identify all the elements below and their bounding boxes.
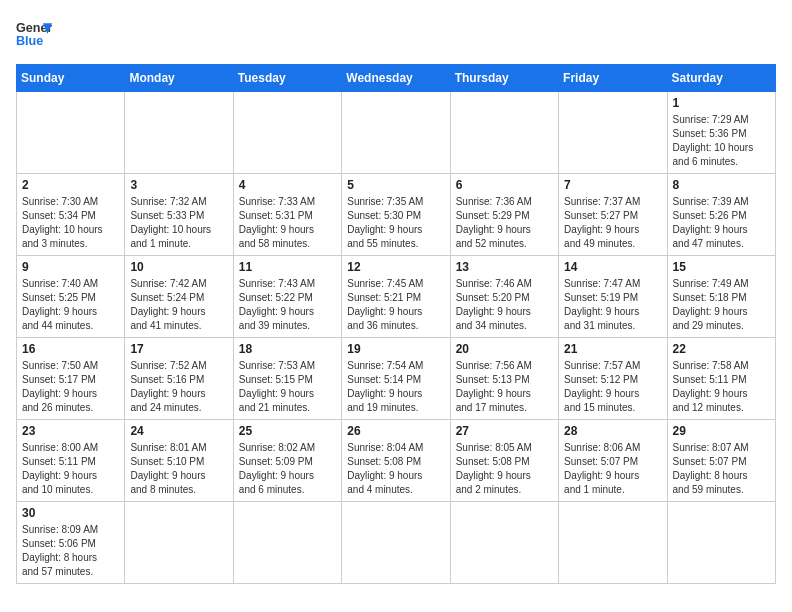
day-number: 9: [22, 260, 119, 274]
day-info: Sunrise: 8:06 AM Sunset: 5:07 PM Dayligh…: [564, 441, 661, 497]
day-cell-14: 14Sunrise: 7:47 AM Sunset: 5:19 PM Dayli…: [559, 256, 667, 338]
day-cell-24: 24Sunrise: 8:01 AM Sunset: 5:10 PM Dayli…: [125, 420, 233, 502]
day-number: 10: [130, 260, 227, 274]
day-cell-12: 12Sunrise: 7:45 AM Sunset: 5:21 PM Dayli…: [342, 256, 450, 338]
weekday-header-friday: Friday: [559, 65, 667, 92]
day-number: 12: [347, 260, 444, 274]
day-info: Sunrise: 7:47 AM Sunset: 5:19 PM Dayligh…: [564, 277, 661, 333]
day-number: 14: [564, 260, 661, 274]
week-row-6: 30Sunrise: 8:09 AM Sunset: 5:06 PM Dayli…: [17, 502, 776, 584]
day-cell-26: 26Sunrise: 8:04 AM Sunset: 5:08 PM Dayli…: [342, 420, 450, 502]
day-info: Sunrise: 7:46 AM Sunset: 5:20 PM Dayligh…: [456, 277, 553, 333]
day-number: 2: [22, 178, 119, 192]
weekday-header-monday: Monday: [125, 65, 233, 92]
day-info: Sunrise: 8:00 AM Sunset: 5:11 PM Dayligh…: [22, 441, 119, 497]
day-cell-27: 27Sunrise: 8:05 AM Sunset: 5:08 PM Dayli…: [450, 420, 558, 502]
day-cell-5: 5Sunrise: 7:35 AM Sunset: 5:30 PM Daylig…: [342, 174, 450, 256]
weekday-header-thursday: Thursday: [450, 65, 558, 92]
day-number: 28: [564, 424, 661, 438]
day-info: Sunrise: 7:40 AM Sunset: 5:25 PM Dayligh…: [22, 277, 119, 333]
day-number: 6: [456, 178, 553, 192]
empty-cell: [233, 502, 341, 584]
day-cell-19: 19Sunrise: 7:54 AM Sunset: 5:14 PM Dayli…: [342, 338, 450, 420]
day-cell-21: 21Sunrise: 7:57 AM Sunset: 5:12 PM Dayli…: [559, 338, 667, 420]
day-cell-22: 22Sunrise: 7:58 AM Sunset: 5:11 PM Dayli…: [667, 338, 775, 420]
day-cell-6: 6Sunrise: 7:36 AM Sunset: 5:29 PM Daylig…: [450, 174, 558, 256]
empty-cell: [667, 502, 775, 584]
day-number: 29: [673, 424, 770, 438]
day-cell-3: 3Sunrise: 7:32 AM Sunset: 5:33 PM Daylig…: [125, 174, 233, 256]
day-cell-30: 30Sunrise: 8:09 AM Sunset: 5:06 PM Dayli…: [17, 502, 125, 584]
day-info: Sunrise: 8:02 AM Sunset: 5:09 PM Dayligh…: [239, 441, 336, 497]
day-number: 23: [22, 424, 119, 438]
day-info: Sunrise: 8:07 AM Sunset: 5:07 PM Dayligh…: [673, 441, 770, 497]
empty-cell: [559, 92, 667, 174]
weekday-header-wednesday: Wednesday: [342, 65, 450, 92]
day-info: Sunrise: 7:39 AM Sunset: 5:26 PM Dayligh…: [673, 195, 770, 251]
day-number: 21: [564, 342, 661, 356]
day-number: 8: [673, 178, 770, 192]
weekday-header-row: SundayMondayTuesdayWednesdayThursdayFrid…: [17, 65, 776, 92]
day-number: 5: [347, 178, 444, 192]
day-info: Sunrise: 8:01 AM Sunset: 5:10 PM Dayligh…: [130, 441, 227, 497]
week-row-1: 1Sunrise: 7:29 AM Sunset: 5:36 PM Daylig…: [17, 92, 776, 174]
day-info: Sunrise: 7:50 AM Sunset: 5:17 PM Dayligh…: [22, 359, 119, 415]
empty-cell: [125, 502, 233, 584]
day-info: Sunrise: 8:09 AM Sunset: 5:06 PM Dayligh…: [22, 523, 119, 579]
day-info: Sunrise: 7:43 AM Sunset: 5:22 PM Dayligh…: [239, 277, 336, 333]
day-number: 27: [456, 424, 553, 438]
day-number: 30: [22, 506, 119, 520]
day-cell-28: 28Sunrise: 8:06 AM Sunset: 5:07 PM Dayli…: [559, 420, 667, 502]
logo: General Blue: [16, 16, 52, 52]
day-cell-4: 4Sunrise: 7:33 AM Sunset: 5:31 PM Daylig…: [233, 174, 341, 256]
week-row-3: 9Sunrise: 7:40 AM Sunset: 5:25 PM Daylig…: [17, 256, 776, 338]
day-number: 11: [239, 260, 336, 274]
day-info: Sunrise: 7:32 AM Sunset: 5:33 PM Dayligh…: [130, 195, 227, 251]
day-number: 4: [239, 178, 336, 192]
calendar-body: 1Sunrise: 7:29 AM Sunset: 5:36 PM Daylig…: [17, 92, 776, 584]
day-info: Sunrise: 7:36 AM Sunset: 5:29 PM Dayligh…: [456, 195, 553, 251]
week-row-4: 16Sunrise: 7:50 AM Sunset: 5:17 PM Dayli…: [17, 338, 776, 420]
empty-cell: [342, 92, 450, 174]
day-number: 26: [347, 424, 444, 438]
day-cell-29: 29Sunrise: 8:07 AM Sunset: 5:07 PM Dayli…: [667, 420, 775, 502]
day-number: 13: [456, 260, 553, 274]
day-cell-10: 10Sunrise: 7:42 AM Sunset: 5:24 PM Dayli…: [125, 256, 233, 338]
weekday-header-sunday: Sunday: [17, 65, 125, 92]
day-number: 24: [130, 424, 227, 438]
day-number: 3: [130, 178, 227, 192]
calendar-table: SundayMondayTuesdayWednesdayThursdayFrid…: [16, 64, 776, 584]
day-info: Sunrise: 7:30 AM Sunset: 5:34 PM Dayligh…: [22, 195, 119, 251]
day-number: 15: [673, 260, 770, 274]
day-number: 25: [239, 424, 336, 438]
day-cell-8: 8Sunrise: 7:39 AM Sunset: 5:26 PM Daylig…: [667, 174, 775, 256]
day-info: Sunrise: 7:54 AM Sunset: 5:14 PM Dayligh…: [347, 359, 444, 415]
day-info: Sunrise: 7:58 AM Sunset: 5:11 PM Dayligh…: [673, 359, 770, 415]
svg-text:Blue: Blue: [16, 34, 43, 48]
day-cell-25: 25Sunrise: 8:02 AM Sunset: 5:09 PM Dayli…: [233, 420, 341, 502]
weekday-header-saturday: Saturday: [667, 65, 775, 92]
day-number: 7: [564, 178, 661, 192]
day-info: Sunrise: 7:57 AM Sunset: 5:12 PM Dayligh…: [564, 359, 661, 415]
day-cell-23: 23Sunrise: 8:00 AM Sunset: 5:11 PM Dayli…: [17, 420, 125, 502]
empty-cell: [450, 502, 558, 584]
empty-cell: [342, 502, 450, 584]
day-cell-20: 20Sunrise: 7:56 AM Sunset: 5:13 PM Dayli…: [450, 338, 558, 420]
day-number: 20: [456, 342, 553, 356]
weekday-header-tuesday: Tuesday: [233, 65, 341, 92]
logo-icon: General Blue: [16, 16, 52, 52]
day-info: Sunrise: 7:49 AM Sunset: 5:18 PM Dayligh…: [673, 277, 770, 333]
day-cell-15: 15Sunrise: 7:49 AM Sunset: 5:18 PM Dayli…: [667, 256, 775, 338]
day-number: 17: [130, 342, 227, 356]
day-info: Sunrise: 7:53 AM Sunset: 5:15 PM Dayligh…: [239, 359, 336, 415]
day-info: Sunrise: 7:29 AM Sunset: 5:36 PM Dayligh…: [673, 113, 770, 169]
day-info: Sunrise: 7:52 AM Sunset: 5:16 PM Dayligh…: [130, 359, 227, 415]
day-info: Sunrise: 7:45 AM Sunset: 5:21 PM Dayligh…: [347, 277, 444, 333]
day-info: Sunrise: 7:56 AM Sunset: 5:13 PM Dayligh…: [456, 359, 553, 415]
day-cell-13: 13Sunrise: 7:46 AM Sunset: 5:20 PM Dayli…: [450, 256, 558, 338]
week-row-5: 23Sunrise: 8:00 AM Sunset: 5:11 PM Dayli…: [17, 420, 776, 502]
day-cell-17: 17Sunrise: 7:52 AM Sunset: 5:16 PM Dayli…: [125, 338, 233, 420]
week-row-2: 2Sunrise: 7:30 AM Sunset: 5:34 PM Daylig…: [17, 174, 776, 256]
day-info: Sunrise: 7:33 AM Sunset: 5:31 PM Dayligh…: [239, 195, 336, 251]
empty-cell: [125, 92, 233, 174]
